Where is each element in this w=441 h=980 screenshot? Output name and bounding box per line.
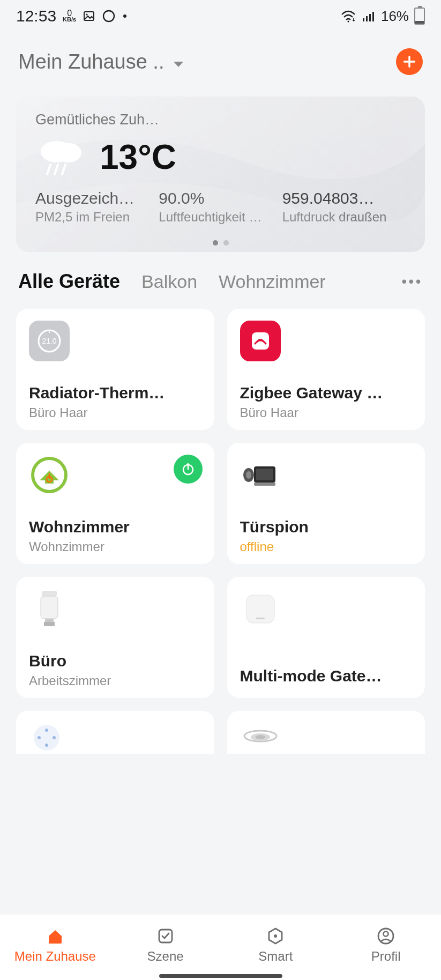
- nav-scene[interactable]: Szene: [110, 925, 221, 964]
- device-title: Multi-mode Gate…: [240, 667, 414, 685]
- power-button[interactable]: [174, 455, 203, 484]
- device-room: Wohnzimmer: [29, 539, 203, 554]
- power-icon: [181, 462, 196, 477]
- nav-profile[interactable]: Profil: [331, 925, 441, 964]
- device-title: Wohnzimmer: [29, 518, 203, 536]
- cellular-icon: [362, 10, 376, 23]
- device-card-buero[interactable]: Büro Arbeitszimmer: [16, 577, 214, 698]
- device-title: Radiator-Therm…: [29, 384, 203, 402]
- device-grid: 21.0 Radiator-Therm… Büro Haar Zigbee Ga…: [0, 298, 441, 698]
- status-bar: 12:53 0 KB/s 16%: [0, 0, 441, 32]
- bottom-nav: Mein Zuhause Szene Smart Profil: [0, 915, 441, 980]
- svg-point-38: [45, 729, 48, 732]
- device-title: Zigbee Gateway …: [240, 384, 414, 402]
- radiator-valve-icon: [29, 589, 70, 629]
- clock: 12:53: [16, 7, 56, 25]
- chevron-down-icon: [173, 50, 184, 73]
- alexa-icon: [102, 9, 116, 23]
- svg-point-2: [103, 11, 114, 21]
- climate-icon: [29, 455, 70, 495]
- device-status: offline: [240, 539, 414, 554]
- home-indicator[interactable]: [159, 974, 282, 978]
- svg-text:21.0: 21.0: [42, 337, 56, 345]
- svg-rect-34: [44, 622, 55, 626]
- device-title: Türspion: [240, 518, 414, 536]
- image-icon: [83, 10, 95, 23]
- card-decor: [16, 96, 425, 252]
- svg-point-4: [347, 20, 349, 22]
- nav-label: Szene: [147, 949, 184, 964]
- nav-label: Profil: [371, 949, 401, 964]
- device-room: Büro Haar: [29, 405, 203, 420]
- svg-rect-29: [256, 469, 273, 480]
- nav-label: Mein Zuhause: [14, 949, 96, 964]
- svg-point-1: [86, 13, 88, 15]
- tab-wohnzimmer[interactable]: Wohnzimmer: [219, 271, 326, 292]
- status-right: 16%: [340, 8, 425, 25]
- smart-icon: [266, 925, 285, 947]
- header: Mein Zuhause ..: [0, 32, 441, 86]
- svg-point-39: [45, 744, 48, 747]
- device-room: Büro Haar: [240, 405, 414, 420]
- doorbell-camera-icon: [240, 455, 281, 495]
- pager-dot[interactable]: [223, 240, 229, 246]
- home-label: Mein Zuhause ..: [18, 50, 164, 73]
- tab-balkon[interactable]: Balkon: [141, 271, 197, 292]
- svg-point-40: [38, 736, 41, 739]
- svg-point-46: [274, 934, 277, 938]
- dot-icon: [122, 13, 128, 19]
- svg-point-44: [256, 735, 265, 739]
- pager-dot[interactable]: [213, 240, 218, 246]
- weather-card[interactable]: Gemütliches Zuh… 13°C Ausgezeich… PM2,5 …: [16, 96, 425, 252]
- profile-icon: [376, 925, 395, 947]
- add-button[interactable]: [396, 48, 423, 75]
- svg-rect-8: [372, 12, 374, 21]
- svg-rect-31: [42, 591, 57, 596]
- svg-rect-5: [363, 18, 364, 21]
- tabs-more-button[interactable]: •••: [402, 273, 423, 290]
- device-card-gateway[interactable]: Zigbee Gateway … Büro Haar: [227, 309, 425, 430]
- device-card-tuerspion[interactable]: Türspion offline: [227, 443, 425, 564]
- plus-icon: [402, 54, 417, 69]
- network-speed: 0 KB/s: [63, 10, 76, 22]
- room-tabs: Alle Geräte Balkon Wohnzimmer •••: [0, 252, 441, 298]
- nav-label: Smart: [258, 949, 293, 964]
- device-card-radiator[interactable]: 21.0 Radiator-Therm… Büro Haar: [16, 309, 214, 430]
- device-card-multimode[interactable]: Multi-mode Gate…: [227, 577, 425, 698]
- device-grid-overflow: [0, 698, 441, 754]
- svg-point-41: [53, 736, 56, 739]
- device-room: Arbeitszimmer: [29, 673, 203, 688]
- svg-rect-30: [254, 482, 275, 486]
- status-left: 12:53 0 KB/s: [16, 7, 128, 25]
- svg-rect-32: [41, 596, 58, 619]
- svg-rect-36: [256, 618, 265, 619]
- zigbee-gateway-icon: [240, 321, 281, 361]
- svg-rect-7: [369, 14, 371, 21]
- home-icon: [46, 925, 65, 947]
- svg-rect-33: [45, 619, 54, 622]
- tab-all-devices[interactable]: Alle Geräte: [18, 270, 120, 293]
- scene-icon: [156, 925, 175, 947]
- remote-icon: [29, 723, 64, 753]
- svg-rect-6: [366, 16, 368, 21]
- device-card-peek[interactable]: [227, 711, 425, 754]
- nav-smart[interactable]: Smart: [221, 925, 331, 964]
- device-card-peek[interactable]: [16, 711, 214, 754]
- svg-point-48: [384, 932, 388, 937]
- hub-icon: [240, 589, 281, 629]
- thermostat-icon: 21.0: [29, 321, 70, 361]
- device-title: Büro: [29, 652, 203, 670]
- wifi-icon: [340, 10, 356, 23]
- card-pager: [16, 240, 425, 246]
- nav-home[interactable]: Mein Zuhause: [0, 925, 110, 964]
- home-selector[interactable]: Mein Zuhause ..: [18, 50, 184, 73]
- battery-icon: [414, 8, 425, 25]
- ceiling-light-icon: [240, 723, 281, 753]
- svg-point-27: [246, 471, 251, 479]
- battery-percent: 16%: [381, 8, 409, 25]
- device-card-wohnzimmer[interactable]: Wohnzimmer Wohnzimmer: [16, 443, 214, 564]
- svg-point-3: [123, 14, 126, 18]
